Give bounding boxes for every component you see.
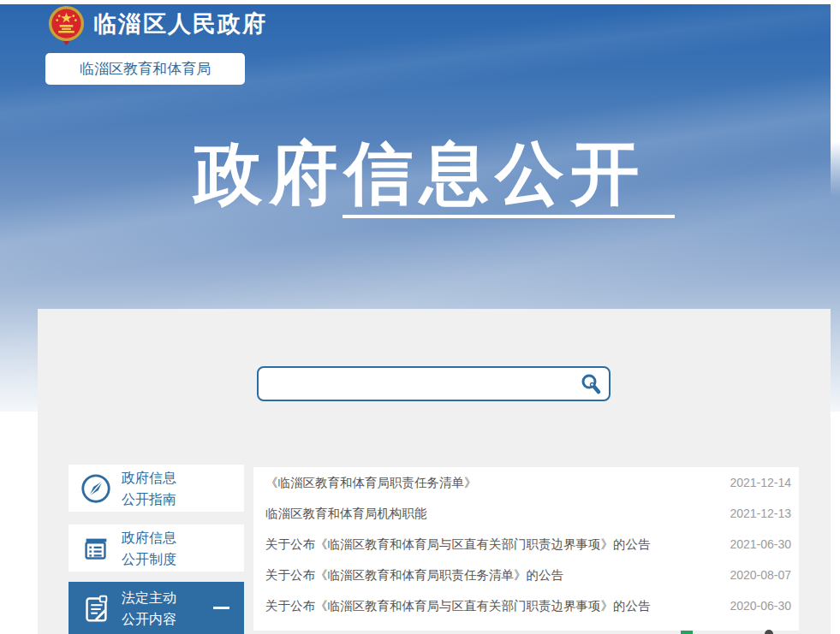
sidebar-item-label: 政府信息 公开指南 (122, 467, 176, 510)
search-input[interactable] (259, 368, 576, 400)
sidebar-item-public-info-system[interactable]: 政府信息 公开制度 (69, 524, 244, 572)
search-bar (257, 366, 611, 401)
article-date: 2021-06-30 (730, 537, 791, 551)
list-item[interactable]: 临淄区教育和体育局机构职能 2021-12-13 (253, 498, 799, 529)
national-emblem-icon (46, 4, 86, 46)
compass-icon (80, 472, 112, 505)
site-name: 临淄区人民政府 (93, 9, 267, 39)
article-title[interactable]: 临淄区教育和体育局机构职能 (265, 506, 427, 522)
department-button[interactable]: 临淄区教育和体育局 (45, 53, 245, 85)
list-item[interactable]: 关于公布《临淄区教育和体育局与区直有关部门职责边界事项》的公告 2021-06-… (253, 529, 799, 560)
clipboard-pencil-icon (80, 592, 112, 625)
article-title[interactable]: 关于公布《临淄区教育和体育局与区直有关部门职责边界事项》的公告 (265, 536, 651, 553)
page-title: 政府信息公开 (0, 128, 840, 221)
list-item-partial (253, 621, 799, 631)
article-list: 《临淄区教育和体育局职责任务清单》 2021-12-14 临淄区教育和体育局机构… (253, 467, 799, 621)
article-title[interactable]: 关于公布《临淄区教育和体育局与区直有关部门职责边界事项》的公告 (265, 598, 651, 614)
page: 临淄区人民政府 临淄区教育和体育局 政府信息公开 政府信息 公开指南 (0, 0, 840, 634)
cutoff-green-icon (681, 631, 693, 634)
article-title[interactable]: 《临淄区教育和体育局职责任务清单》 (265, 475, 477, 491)
minus-icon[interactable] (213, 607, 229, 609)
sidebar-item-label: 法定主动 公开内容 (122, 587, 176, 630)
sidebar-item-public-info-guide[interactable]: 政府信息 公开指南 (69, 465, 244, 512)
sidebar-item-statutory-disclosure[interactable]: 法定主动 公开内容 (69, 582, 244, 634)
article-date: 2020-06-30 (730, 599, 791, 613)
list-item[interactable]: 关于公布《临淄区教育和体育局职责任务清单》的公告 2020-08-07 (253, 560, 799, 590)
article-date: 2020-08-07 (730, 568, 791, 582)
search-magnifier-icon (580, 373, 602, 395)
search-button[interactable] (576, 370, 605, 399)
list-item[interactable]: 关于公布《临淄区教育和体育局与区直有关部门职责边界事项》的公告 2020-06-… (253, 590, 799, 621)
title-underline (343, 215, 675, 218)
cutoff-dark-icon (765, 630, 773, 634)
article-title[interactable]: 关于公布《临淄区教育和体育局职责任务清单》的公告 (265, 567, 563, 584)
ledger-list-icon (80, 532, 112, 565)
sidebar-item-label: 政府信息 公开制度 (122, 527, 176, 570)
article-date: 2021-12-13 (730, 507, 791, 520)
list-item[interactable]: 《临淄区教育和体育局职责任务清单》 2021-12-14 (253, 467, 799, 498)
page-right-margin (831, 0, 840, 197)
article-date: 2021-12-14 (730, 476, 791, 489)
